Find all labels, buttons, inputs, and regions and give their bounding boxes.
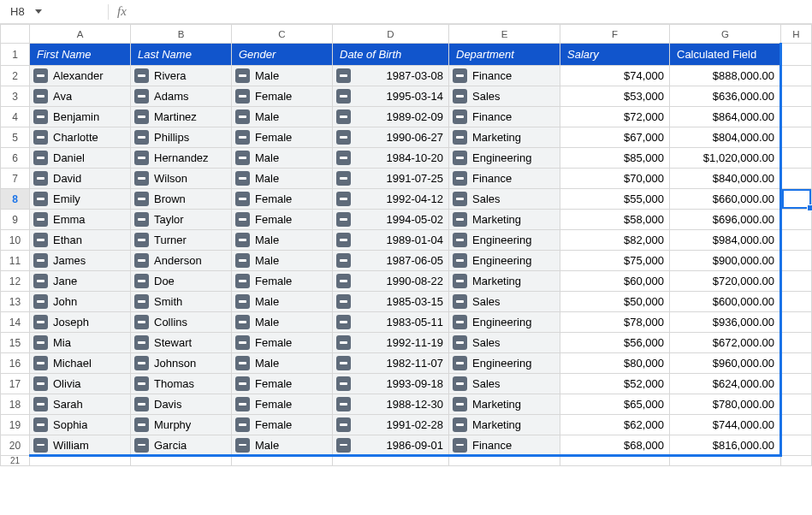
grouping-minus-icon[interactable] bbox=[33, 253, 48, 268]
row-header[interactable]: 13 bbox=[1, 292, 30, 312]
grouping-minus-icon[interactable] bbox=[33, 151, 48, 165]
col-header-E[interactable]: E bbox=[449, 25, 560, 44]
cell-dob[interactable]: 1983-05-11 bbox=[333, 312, 449, 333]
cell-department[interactable]: Engineering bbox=[449, 312, 560, 333]
grouping-minus-icon[interactable] bbox=[134, 89, 149, 104]
cell-first-name[interactable]: Sarah bbox=[30, 394, 131, 415]
grouping-minus-icon[interactable] bbox=[235, 68, 250, 83]
grouping-minus-icon[interactable] bbox=[235, 151, 250, 165]
row-header[interactable]: 4 bbox=[1, 107, 30, 127]
cell-first-name[interactable]: David bbox=[30, 169, 131, 189]
header-gender[interactable]: Gender bbox=[232, 44, 333, 66]
grouping-minus-icon[interactable] bbox=[336, 315, 351, 329]
cell-last-name[interactable]: Thomas bbox=[131, 374, 232, 394]
cell-department[interactable]: Sales bbox=[449, 86, 560, 107]
row-header[interactable]: 21 bbox=[1, 456, 30, 466]
grouping-minus-icon[interactable] bbox=[33, 130, 48, 145]
cell-salary[interactable]: $55,000 bbox=[560, 189, 670, 210]
cell-dob[interactable]: 1994-05-02 bbox=[333, 210, 449, 230]
grouping-minus-icon[interactable] bbox=[134, 192, 149, 206]
grouping-minus-icon[interactable] bbox=[235, 192, 250, 206]
cell[interactable] bbox=[781, 210, 812, 230]
header-last-name[interactable]: Last Name bbox=[131, 44, 232, 66]
cell-department[interactable]: Engineering bbox=[449, 230, 560, 251]
cell-first-name[interactable]: Alexander bbox=[30, 66, 131, 86]
cell-calc[interactable]: $720,000.00 bbox=[670, 271, 781, 292]
grouping-minus-icon[interactable] bbox=[134, 212, 149, 227]
cell-first-name[interactable]: Jane bbox=[30, 271, 131, 292]
grouping-minus-icon[interactable] bbox=[33, 397, 48, 411]
grouping-minus-icon[interactable] bbox=[134, 356, 149, 370]
cell-department[interactable]: Sales bbox=[449, 189, 560, 210]
cell-calc[interactable]: $696,000.00 bbox=[670, 210, 781, 230]
row-header[interactable]: 3 bbox=[1, 86, 30, 107]
grouping-minus-icon[interactable] bbox=[235, 356, 250, 370]
cell-last-name[interactable]: Rivera bbox=[131, 66, 232, 86]
cell[interactable] bbox=[781, 435, 812, 456]
cell-dob[interactable]: 1992-04-12 bbox=[333, 189, 449, 210]
cell-last-name[interactable]: Brown bbox=[131, 189, 232, 210]
cell-first-name[interactable]: Daniel bbox=[30, 148, 131, 169]
cell-department[interactable]: Finance bbox=[449, 66, 560, 86]
grouping-minus-icon[interactable] bbox=[235, 376, 250, 391]
cell-first-name[interactable]: Ava bbox=[30, 86, 131, 107]
cell-department[interactable]: Marketing bbox=[449, 415, 560, 435]
cell-department[interactable]: Finance bbox=[449, 169, 560, 189]
cell-dob[interactable]: 1989-02-09 bbox=[333, 107, 449, 127]
grouping-minus-icon[interactable] bbox=[336, 171, 351, 186]
grouping-minus-icon[interactable] bbox=[235, 417, 250, 432]
cell[interactable] bbox=[781, 374, 812, 394]
grouping-minus-icon[interactable] bbox=[134, 233, 149, 247]
cell-department[interactable]: Sales bbox=[449, 374, 560, 394]
cell[interactable] bbox=[781, 456, 812, 466]
header-dob[interactable]: Date of Birth bbox=[333, 44, 449, 66]
grouping-minus-icon[interactable] bbox=[453, 376, 467, 391]
cell-gender[interactable]: Female bbox=[232, 210, 333, 230]
cell[interactable] bbox=[781, 127, 812, 148]
cell-salary[interactable]: $53,000 bbox=[560, 86, 670, 107]
grouping-minus-icon[interactable] bbox=[134, 397, 149, 411]
cell-department[interactable]: Engineering bbox=[449, 251, 560, 271]
grouping-minus-icon[interactable] bbox=[33, 274, 48, 288]
grouping-minus-icon[interactable] bbox=[134, 68, 149, 83]
cell-first-name[interactable]: John bbox=[30, 292, 131, 312]
col-header-D[interactable]: D bbox=[333, 25, 449, 44]
grouping-minus-icon[interactable] bbox=[453, 171, 467, 186]
grouping-minus-icon[interactable] bbox=[33, 171, 48, 186]
grouping-minus-icon[interactable] bbox=[134, 171, 149, 186]
grouping-minus-icon[interactable] bbox=[235, 335, 250, 350]
cell-dob[interactable]: 1982-11-07 bbox=[333, 353, 449, 374]
grouping-minus-icon[interactable] bbox=[336, 438, 351, 453]
grouping-minus-icon[interactable] bbox=[453, 397, 467, 411]
cell-first-name[interactable]: Olivia bbox=[30, 374, 131, 394]
col-header-H[interactable]: H bbox=[781, 25, 812, 44]
cell-last-name[interactable]: Wilson bbox=[131, 169, 232, 189]
grouping-minus-icon[interactable] bbox=[453, 89, 467, 104]
grouping-minus-icon[interactable] bbox=[134, 315, 149, 329]
cell-dob[interactable]: 1991-02-28 bbox=[333, 415, 449, 435]
row-header[interactable]: 8 bbox=[1, 189, 30, 210]
cell-gender[interactable]: Male bbox=[232, 312, 333, 333]
cell-gender[interactable]: Male bbox=[232, 292, 333, 312]
cell-calc[interactable]: $744,000.00 bbox=[670, 415, 781, 435]
cell-calc[interactable]: $864,000.00 bbox=[670, 107, 781, 127]
name-box[interactable]: H8 bbox=[5, 3, 99, 20]
grouping-minus-icon[interactable] bbox=[453, 356, 467, 370]
grouping-minus-icon[interactable] bbox=[235, 397, 250, 411]
grouping-minus-icon[interactable] bbox=[33, 212, 48, 227]
cell-first-name[interactable]: Charlotte bbox=[30, 127, 131, 148]
row-header[interactable]: 7 bbox=[1, 169, 30, 189]
grouping-minus-icon[interactable] bbox=[134, 376, 149, 391]
cell-last-name[interactable]: Davis bbox=[131, 394, 232, 415]
cell-department[interactable]: Sales bbox=[449, 292, 560, 312]
cell-calc[interactable]: $816,000.00 bbox=[670, 435, 781, 456]
grouping-minus-icon[interactable] bbox=[336, 253, 351, 268]
cell-department[interactable]: Finance bbox=[449, 435, 560, 456]
grouping-minus-icon[interactable] bbox=[235, 130, 250, 145]
cell-last-name[interactable]: Taylor bbox=[131, 210, 232, 230]
cell[interactable] bbox=[781, 148, 812, 169]
grouping-minus-icon[interactable] bbox=[235, 294, 250, 309]
grouping-minus-icon[interactable] bbox=[235, 253, 250, 268]
cell-first-name[interactable]: Emma bbox=[30, 210, 131, 230]
col-header-A[interactable]: A bbox=[30, 25, 131, 44]
